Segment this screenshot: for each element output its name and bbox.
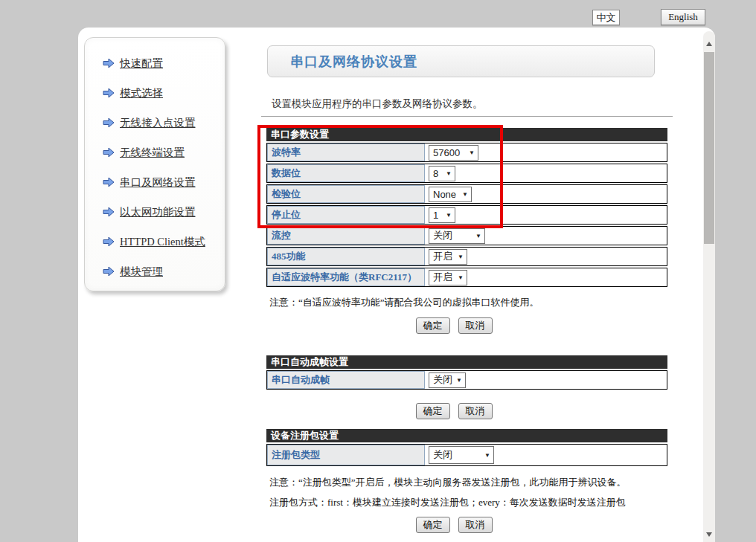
sidebar-link[interactable]: 快速配置 [120, 57, 163, 71]
cancel-button[interactable]: 取消 [458, 403, 493, 419]
auto-frame-buttons: 确定 取消 [266, 403, 641, 419]
chevron-down-icon: ▼ [456, 377, 462, 384]
table-header: 设备注册包设置 [266, 429, 667, 442]
row-label: 串口自动成帧 [267, 371, 425, 389]
sidebar-nav: 快速配置 模式选择 无线接入点设置 无线终端设置 串口及网络设置 以太网功能设置 [85, 38, 225, 286]
sidebar-link[interactable]: 串口及网络设置 [120, 175, 196, 190]
table-row: 注册包类型 关闭 ▼ [266, 444, 667, 466]
triangle-down-icon [706, 532, 712, 537]
cancel-button[interactable]: 取消 [458, 317, 493, 334]
arrow-right-icon [103, 207, 115, 217]
row-label: 485功能 [267, 248, 425, 265]
sidebar-item-wireless-ap[interactable]: 无线接入点设置 [103, 108, 225, 138]
sidebar-item-quick-config[interactable]: 快速配置 [103, 48, 225, 78]
register-note-2: 注册包方式：first：模块建立连接时发送注册包；every：每次发送数据时发送… [269, 496, 626, 509]
row-label: 流控 [267, 227, 425, 245]
table-row: 串口自动成帧 关闭 ▼ [266, 370, 667, 390]
serial-buttons: 确定 取消 [266, 317, 641, 334]
sidebar-link[interactable]: 无线终端设置 [120, 146, 185, 160]
arrow-right-icon [103, 88, 115, 98]
register-packet-type-select[interactable]: 关闭 ▼ [429, 446, 494, 464]
sidebar-link[interactable]: 模式选择 [120, 86, 163, 100]
sidebar-item-httpd-client[interactable]: HTTPD Client模式 [103, 227, 225, 257]
auto-frame-table: 串口自动成帧设置 串口自动成帧 关闭 ▼ [266, 355, 667, 390]
sidebar-link[interactable]: HTTPD Client模式 [120, 235, 205, 249]
table-row: 自适应波特率功能（类RFC2117） 开启 ▼ [266, 268, 667, 287]
page-title: 串口及网络协议设置 [267, 45, 655, 77]
scrollbar[interactable] [703, 31, 715, 542]
chevron-down-icon: ▼ [458, 254, 464, 260]
ok-button[interactable]: 确定 [416, 517, 450, 533]
flow-control-select[interactable]: 关闭 ▼ [429, 228, 485, 244]
arrow-right-icon [103, 266, 115, 277]
chevron-down-icon: ▼ [484, 452, 490, 459]
triangle-up-icon [706, 42, 712, 46]
register-note-1: 注意：“注册包类型”开启后，模块主动向服务器发送注册包，此功能用于辨识设备。 [269, 476, 627, 489]
page-description: 设置模块应用程序的串口参数及网络协议参数。 [272, 97, 483, 111]
ok-button[interactable]: 确定 [416, 317, 450, 334]
sidebar: 快速配置 模式选择 无线接入点设置 无线终端设置 串口及网络设置 以太网功能设置 [84, 37, 225, 291]
chevron-down-icon: ▼ [458, 274, 464, 281]
sidebar-item-module-mgmt[interactable]: 模块管理 [103, 257, 225, 286]
sidebar-item-wireless-sta[interactable]: 无线终端设置 [103, 138, 225, 167]
serial-note: 注意：“自适应波特率功能”请配合我公司的虚拟串口软件使用。 [269, 296, 539, 309]
sidebar-link[interactable]: 以太网功能设置 [120, 205, 196, 219]
scroll-up-button[interactable] [703, 37, 715, 51]
scroll-down-button[interactable] [703, 528, 715, 541]
highlight-box [257, 125, 503, 228]
sidebar-item-ethernet[interactable]: 以太网功能设置 [103, 197, 225, 227]
sidebar-link[interactable]: 模块管理 [120, 265, 163, 279]
row-label: 自适应波特率功能（类RFC2117） [267, 268, 425, 286]
sidebar-link[interactable]: 无线接入点设置 [120, 116, 196, 130]
arrow-right-icon [103, 58, 115, 68]
arrow-right-icon [103, 177, 115, 187]
arrow-right-icon [103, 236, 115, 247]
ok-button[interactable]: 确定 [416, 403, 450, 419]
table-header: 串口自动成帧设置 [266, 355, 667, 369]
arrow-right-icon [103, 147, 115, 158]
screen: 中文 English 快速配置 模式选择 无线接入点设置 无线终端设置 [0, 0, 756, 542]
content-divider [261, 116, 673, 117]
table-row: 流控 关闭 ▼ [266, 226, 667, 245]
adaptive-baud-select[interactable]: 开启 ▼ [429, 270, 467, 285]
sidebar-item-serial-network[interactable]: 串口及网络设置 [103, 167, 225, 197]
row-label: 注册包类型 [267, 445, 425, 465]
chevron-down-icon: ▼ [475, 233, 481, 239]
arrow-right-icon [103, 117, 115, 128]
sidebar-item-mode-select[interactable]: 模式选择 [103, 78, 225, 108]
language-english-button[interactable]: English [661, 9, 705, 25]
register-packet-table: 设备注册包设置 注册包类型 关闭 ▼ [266, 429, 667, 466]
register-buttons: 确定 取消 [266, 517, 641, 533]
cancel-button[interactable]: 取消 [458, 517, 493, 533]
auto-frame-select[interactable]: 关闭 ▼ [429, 372, 466, 388]
language-chinese-button[interactable]: 中文 [592, 10, 620, 25]
rs485-select[interactable]: 开启 ▼ [429, 249, 467, 265]
scrollbar-thumb[interactable] [704, 52, 714, 244]
table-row: 485功能 开启 ▼ [266, 247, 667, 266]
